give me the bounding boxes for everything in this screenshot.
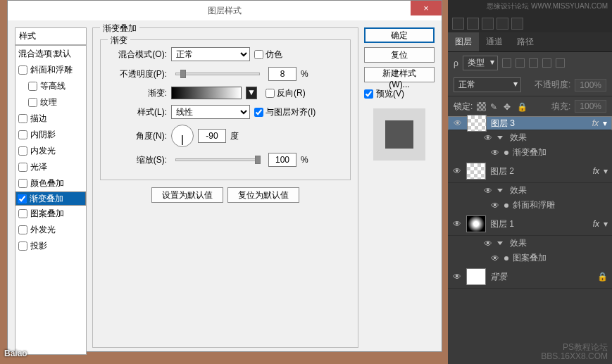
fx-badge[interactable]: fx bbox=[593, 219, 599, 229]
blendmode-select[interactable]: 正常 bbox=[171, 47, 250, 61]
layer-thumbnail[interactable] bbox=[466, 268, 486, 285]
fx-item-row[interactable]: 👁图案叠加 bbox=[448, 251, 612, 265]
layer-thumbnail[interactable] bbox=[466, 163, 486, 180]
style-item[interactable]: 内发光 bbox=[15, 143, 86, 159]
chevron-down-icon[interactable]: ▾ bbox=[604, 219, 608, 229]
filter-icon[interactable] bbox=[516, 58, 525, 68]
close-button[interactable]: × bbox=[411, 1, 442, 15]
visibility-icon[interactable]: 👁 bbox=[483, 239, 493, 249]
make-default-button[interactable]: 设置为默认值 bbox=[151, 187, 223, 203]
visibility-icon[interactable]: 👁 bbox=[490, 148, 500, 158]
opacity-value[interactable]: 100% bbox=[575, 79, 606, 92]
fill-value[interactable]: 100% bbox=[575, 100, 606, 113]
lock-all-icon[interactable]: 🔒 bbox=[517, 102, 526, 111]
visibility-icon[interactable]: 👁 bbox=[452, 219, 462, 229]
style-checkbox[interactable] bbox=[28, 98, 37, 107]
preview-checkbox[interactable]: 预览(V) bbox=[364, 88, 435, 100]
layer-thumbnail[interactable] bbox=[467, 115, 487, 132]
layer-row[interactable]: 👁图层 1fx ▾ bbox=[448, 213, 612, 236]
cancel-button[interactable]: 复位 bbox=[364, 47, 435, 63]
fx-badge[interactable]: fx bbox=[593, 166, 599, 176]
angle-input[interactable] bbox=[198, 129, 226, 143]
visibility-icon[interactable]: 👁 bbox=[452, 166, 462, 176]
style-item[interactable]: 光泽 bbox=[15, 159, 86, 175]
align-checkbox[interactable]: 与图层对齐(I) bbox=[254, 106, 316, 118]
style-item[interactable]: 内阴影 bbox=[15, 127, 86, 143]
panel-icon[interactable] bbox=[482, 18, 494, 30]
panel-icon[interactable] bbox=[497, 18, 508, 30]
style-checkbox[interactable] bbox=[18, 179, 27, 188]
style-checkbox[interactable] bbox=[18, 225, 27, 234]
style-checkbox[interactable] bbox=[18, 241, 27, 251]
panel-icon[interactable] bbox=[511, 18, 523, 30]
fx-badge[interactable]: fx bbox=[592, 118, 599, 128]
filter-icon[interactable] bbox=[529, 58, 538, 68]
visibility-icon[interactable]: 👁 bbox=[490, 201, 500, 211]
chevron-down-icon[interactable]: ▾ bbox=[603, 118, 607, 128]
scale-slider[interactable] bbox=[175, 158, 260, 161]
lock-transparency-icon[interactable] bbox=[477, 102, 486, 111]
style-checkbox[interactable] bbox=[18, 194, 27, 203]
titlebar[interactable]: 图层样式 × bbox=[8, 1, 442, 20]
fx-effects-row[interactable]: 👁效果 bbox=[448, 183, 612, 198]
style-select[interactable]: 线性 bbox=[171, 105, 250, 119]
layer-row[interactable]: 👁背景🔒 bbox=[448, 265, 612, 289]
tab-paths[interactable]: 路径 bbox=[510, 32, 541, 51]
opacity-slider[interactable] bbox=[175, 73, 260, 75]
reverse-checkbox[interactable]: 反向(R) bbox=[266, 87, 306, 99]
style-item[interactable]: 外发光 bbox=[15, 222, 86, 238]
style-item[interactable]: 纹理 bbox=[15, 94, 86, 111]
style-checkbox[interactable] bbox=[18, 130, 27, 139]
dither-checkbox[interactable]: 仿色 bbox=[254, 49, 282, 61]
new-style-button[interactable]: 新建样式(W)... bbox=[364, 67, 435, 82]
filter-icon[interactable] bbox=[556, 58, 565, 68]
style-checkbox[interactable] bbox=[18, 163, 27, 172]
fx-effects-row[interactable]: 👁效果 bbox=[448, 236, 612, 251]
chevron-down-icon[interactable]: ▾ bbox=[604, 166, 608, 176]
style-checkbox[interactable] bbox=[18, 114, 27, 123]
scale-input[interactable] bbox=[268, 153, 296, 167]
style-item[interactable]: 颜色叠加 bbox=[15, 175, 86, 192]
opacity-input[interactable] bbox=[268, 67, 296, 81]
layer-row[interactable]: 👁图层 3fx ▾ bbox=[448, 116, 612, 130]
style-item[interactable]: 图案叠加 bbox=[15, 206, 86, 222]
style-checkbox[interactable] bbox=[18, 65, 27, 75]
style-item[interactable]: 渐变叠加 bbox=[15, 192, 86, 206]
panel-icon[interactable] bbox=[452, 18, 464, 30]
visibility-icon[interactable]: 👁 bbox=[452, 272, 462, 282]
fx-item-row[interactable]: 👁渐变叠加 bbox=[448, 145, 612, 160]
style-checkbox[interactable] bbox=[18, 209, 27, 218]
lock-position-icon[interactable]: ✥ bbox=[504, 102, 513, 111]
layer-row[interactable]: 👁图层 2fx ▾ bbox=[448, 160, 612, 183]
visibility-icon[interactable]: 👁 bbox=[483, 133, 493, 143]
tab-layers[interactable]: 图层 bbox=[448, 32, 479, 51]
visibility-icon[interactable]: 👁 bbox=[453, 118, 463, 128]
styles-header[interactable]: 样式 bbox=[15, 27, 87, 45]
visibility-icon[interactable]: 👁 bbox=[483, 186, 493, 196]
fx-item-row[interactable]: 👁斜面和浮雕 bbox=[448, 198, 612, 213]
preview-label: 预览(V) bbox=[376, 88, 404, 100]
lock-paint-icon[interactable]: ✎ bbox=[490, 102, 499, 111]
style-item[interactable]: 斜面和浮雕 bbox=[15, 62, 86, 78]
gradient-dropdown-icon[interactable]: ▼ bbox=[246, 87, 257, 99]
filter-kind-dropdown[interactable]: 类型 bbox=[463, 56, 498, 70]
style-checkbox[interactable] bbox=[18, 146, 27, 156]
blend-options-row[interactable]: 混合选项:默认 bbox=[15, 46, 86, 62]
gradient-swatch[interactable] bbox=[171, 87, 242, 99]
angle-dial[interactable] bbox=[171, 125, 194, 147]
filter-icon[interactable] bbox=[502, 58, 511, 68]
blend-options-label: 混合选项:默认 bbox=[18, 48, 71, 60]
style-item[interactable]: 投影 bbox=[15, 238, 86, 254]
reset-default-button[interactable]: 复位为默认值 bbox=[227, 187, 299, 203]
style-checkbox[interactable] bbox=[28, 82, 37, 91]
panel-icon[interactable] bbox=[467, 18, 479, 30]
style-item[interactable]: 描边 bbox=[15, 111, 86, 127]
fx-effects-row[interactable]: 👁效果 bbox=[448, 130, 612, 145]
tab-channels[interactable]: 通道 bbox=[479, 32, 510, 51]
ok-button[interactable]: 确定 bbox=[364, 27, 435, 43]
blendmode-dropdown[interactable]: 正常 bbox=[454, 77, 521, 92]
filter-icon[interactable] bbox=[542, 58, 551, 68]
style-item[interactable]: 等高线 bbox=[15, 78, 86, 94]
layer-thumbnail[interactable] bbox=[466, 215, 486, 232]
visibility-icon[interactable]: 👁 bbox=[490, 253, 500, 263]
